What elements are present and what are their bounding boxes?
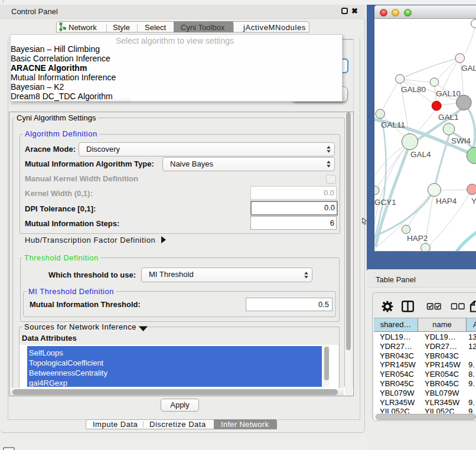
svg-text:Y: Y: [471, 197, 476, 206]
svg-text:GCY1: GCY1: [374, 198, 396, 207]
svg-text:GAL80: GAL80: [401, 85, 426, 94]
svg-text:HAP4: HAP4: [436, 197, 457, 206]
svg-text:SWI4: SWI4: [451, 136, 471, 145]
svg-text:GAL11: GAL11: [381, 120, 405, 129]
svg-text:HAP2: HAP2: [407, 234, 428, 243]
svg-text:GAL1: GAL1: [438, 113, 459, 122]
svg-text:GAL7: GAL7: [461, 64, 476, 73]
svg-text:GAL4: GAL4: [410, 150, 431, 159]
svg-text:GAL10: GAL10: [436, 89, 461, 98]
